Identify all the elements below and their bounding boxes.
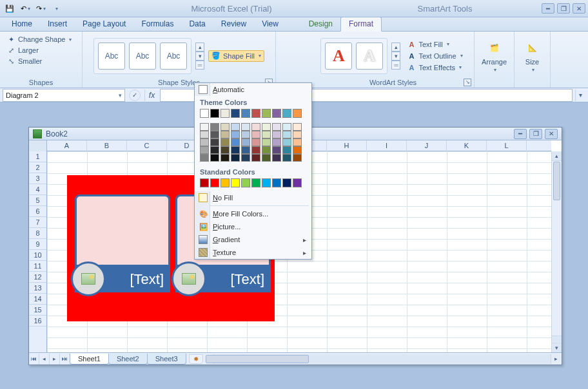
row-header[interactable]: 15 <box>29 305 46 316</box>
insert-function-button[interactable]: fx <box>144 90 159 101</box>
col-header[interactable]: J <box>407 140 447 151</box>
book-minimize-button[interactable]: ━ <box>514 129 527 139</box>
color-swatch[interactable] <box>282 146 291 154</box>
row-header[interactable]: 13 <box>29 283 46 294</box>
color-swatch[interactable] <box>272 109 281 118</box>
color-swatch[interactable] <box>293 146 302 154</box>
tab-page-layout[interactable]: Page Layout <box>75 17 133 31</box>
gallery-up-button[interactable]: ▴ <box>391 43 400 52</box>
tab-formulas[interactable]: Formulas <box>133 17 181 31</box>
color-swatch[interactable] <box>272 138 281 146</box>
color-swatch[interactable] <box>220 138 230 146</box>
color-swatch[interactable] <box>220 123 230 131</box>
shape-fill-button[interactable]: 🪣Shape Fill▾ <box>208 50 264 62</box>
row-header[interactable]: 8 <box>29 228 46 239</box>
sheet-tab[interactable]: Sheet2 <box>108 354 148 365</box>
smaller-button[interactable]: ⤡Smaller <box>5 56 73 66</box>
shape-style-swatch[interactable]: Abc <box>129 43 156 70</box>
color-swatch[interactable] <box>200 131 209 138</box>
text-effects-button[interactable]: AText Effects▾ <box>404 62 465 73</box>
color-swatch[interactable] <box>251 146 260 154</box>
wordart-swatch[interactable]: A <box>356 43 383 70</box>
wordart-gallery[interactable]: A A <box>320 38 387 74</box>
smartart-image-badge[interactable] <box>71 261 106 296</box>
dialog-launcher-wordart[interactable]: ↘ <box>464 79 471 86</box>
name-box[interactable]: Diagram 2▾ <box>3 89 125 102</box>
color-swatch[interactable] <box>210 154 219 162</box>
tab-design[interactable]: Design <box>301 17 340 31</box>
color-swatch[interactable] <box>251 109 260 118</box>
color-swatch[interactable] <box>262 138 271 146</box>
tab-insert[interactable]: Insert <box>40 17 75 31</box>
color-swatch[interactable] <box>241 154 250 162</box>
restore-button[interactable]: ❐ <box>557 3 570 14</box>
col-header[interactable]: B <box>87 140 127 151</box>
color-swatch[interactable] <box>210 123 219 131</box>
cancel-formula-button[interactable]: ✓ <box>129 90 141 101</box>
color-swatch[interactable] <box>231 146 240 154</box>
color-swatch[interactable] <box>210 131 219 138</box>
fill-automatic[interactable]: Automatic <box>195 83 311 96</box>
tab-data[interactable]: Data <box>181 17 213 31</box>
row-header[interactable]: 7 <box>29 217 46 228</box>
scroll-up-button[interactable]: ▴ <box>552 151 562 161</box>
color-swatch[interactable] <box>231 154 240 162</box>
close-button[interactable]: ✕ <box>573 3 585 14</box>
gallery-more-button[interactable]: ═ <box>391 61 400 70</box>
gallery-down-button[interactable]: ▾ <box>391 52 400 61</box>
color-swatch[interactable] <box>241 109 250 118</box>
color-swatch[interactable] <box>231 178 240 187</box>
color-swatch[interactable] <box>241 146 250 154</box>
arrange-button[interactable]: 🗂️Arrange▾ <box>477 35 512 77</box>
redo-button[interactable]: ↷▾ <box>34 1 48 15</box>
row-header[interactable]: 16 <box>29 316 46 327</box>
row-header[interactable]: 10 <box>29 250 46 261</box>
col-header[interactable]: K <box>447 140 487 151</box>
smartart-image-badge[interactable] <box>172 261 206 296</box>
row-header[interactable]: 2 <box>29 162 46 173</box>
color-swatch[interactable] <box>282 123 291 131</box>
color-swatch[interactable] <box>262 109 271 118</box>
color-swatch[interactable] <box>272 178 281 187</box>
color-swatch[interactable] <box>293 109 302 118</box>
col-header[interactable]: H <box>327 140 367 151</box>
color-swatch[interactable] <box>231 109 240 118</box>
last-sheet-button[interactable]: ⏭ <box>60 354 70 365</box>
col-header[interactable]: C <box>127 140 167 151</box>
col-header[interactable]: I <box>367 140 407 151</box>
row-header[interactable]: 1 <box>29 151 46 162</box>
color-swatch[interactable] <box>241 138 250 146</box>
color-swatch[interactable] <box>220 178 230 187</box>
vertical-scrollbar[interactable]: ▴ ▾ <box>551 151 562 352</box>
color-swatch[interactable] <box>282 109 291 118</box>
color-swatch[interactable] <box>210 138 219 146</box>
color-swatch[interactable] <box>282 154 291 162</box>
horizontal-scrollbar[interactable]: ◂ ▸ <box>204 354 560 364</box>
undo-button[interactable]: ↶▾ <box>18 1 32 15</box>
color-swatch[interactable] <box>210 146 219 154</box>
color-swatch[interactable] <box>231 138 240 146</box>
first-sheet-button[interactable]: ⏮ <box>29 354 39 365</box>
text-outline-button[interactable]: AText Outline▾ <box>404 51 465 61</box>
row-header[interactable]: 14 <box>29 294 46 305</box>
color-swatch[interactable] <box>241 131 250 138</box>
color-swatch[interactable] <box>251 154 260 162</box>
row-header[interactable]: 6 <box>29 206 46 217</box>
color-swatch[interactable] <box>251 131 260 138</box>
save-button[interactable]: 💾 <box>3 1 17 15</box>
scroll-right-button[interactable]: ▸ <box>551 354 560 364</box>
gallery-more-button[interactable]: ═ <box>195 61 204 70</box>
insert-sheet-button[interactable]: ✸ <box>189 354 203 364</box>
color-swatch[interactable] <box>251 178 260 187</box>
gallery-up-button[interactable]: ▴ <box>195 43 204 52</box>
color-swatch[interactable] <box>241 178 250 187</box>
color-swatch[interactable] <box>200 138 209 146</box>
color-swatch[interactable] <box>200 146 209 154</box>
fill-texture[interactable]: Texture▸ <box>195 246 311 259</box>
color-swatch[interactable] <box>220 154 230 162</box>
gallery-down-button[interactable]: ▾ <box>195 52 204 61</box>
color-swatch[interactable] <box>272 131 281 138</box>
color-swatch[interactable] <box>293 131 302 138</box>
color-swatch[interactable] <box>231 131 240 138</box>
color-swatch[interactable] <box>262 154 271 162</box>
